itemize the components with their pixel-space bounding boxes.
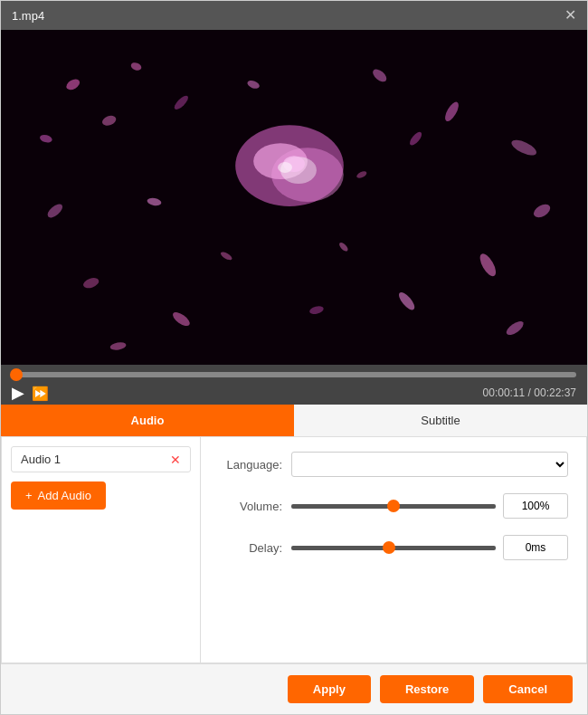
title-bar: 1.mp4 ✕ (1, 1, 587, 30)
delay-slider-track[interactable] (291, 546, 496, 550)
volume-input[interactable]: 100% (503, 493, 568, 519)
volume-control: 100% (291, 493, 568, 519)
delay-slider-thumb[interactable] (383, 541, 395, 554)
apply-button[interactable]: Apply (288, 675, 371, 703)
close-button[interactable]: ✕ (564, 8, 576, 23)
settings-panel: Language: English French German Spanish … (201, 437, 586, 663)
delay-input[interactable]: 0ms (503, 535, 568, 560)
add-audio-label: Add Audio (38, 489, 91, 502)
total-time: 00:22:37 (534, 386, 576, 399)
add-audio-button[interactable]: + Add Audio (11, 481, 106, 510)
tab-audio[interactable]: Audio (1, 405, 294, 436)
panel-area: Audio 1 ✕ + Add Audio Language: English … (1, 437, 587, 663)
language-select[interactable]: English French German Spanish Chinese (291, 452, 568, 477)
play-button[interactable]: ▶ (12, 385, 24, 401)
time-display: 00:00:11 / 00:22:37 (483, 386, 576, 399)
delay-row: Delay: 0ms (219, 535, 568, 560)
tabs-container: Audio Subtitle (1, 405, 587, 437)
audio-item: Audio 1 ✕ (11, 446, 191, 472)
progress-track[interactable] (12, 372, 576, 377)
delay-label: Delay: (219, 541, 282, 555)
cancel-button[interactable]: Cancel (483, 675, 573, 703)
volume-slider-track[interactable] (291, 504, 496, 509)
volume-thumb-wrap (394, 500, 406, 512)
volume-slider-thumb[interactable] (387, 500, 400, 512)
controls-row: ▶ ⏩ 00:00:11 / 00:22:37 (12, 385, 576, 401)
volume-label: Volume: (219, 500, 282, 513)
volume-row: Volume: 100% (219, 493, 568, 519)
main-window: 1.mp4 ✕ (0, 0, 588, 715)
progress-thumb[interactable] (10, 368, 23, 381)
language-row: Language: English French German Spanish … (219, 452, 568, 477)
audio-list-panel: Audio 1 ✕ + Add Audio (2, 437, 201, 663)
video-player (1, 30, 587, 365)
footer-buttons: Apply Restore Cancel (1, 663, 587, 714)
controls-left: ▶ ⏩ (12, 385, 49, 401)
audio-item-label: Audio 1 (21, 453, 61, 466)
language-control: English French German Spanish Chinese (291, 452, 568, 477)
fast-forward-button[interactable]: ⏩ (32, 386, 49, 400)
video-frame (1, 30, 587, 365)
add-audio-icon: + (25, 489, 33, 502)
delay-thumb-wrap (389, 541, 402, 554)
language-label: Language: (219, 458, 282, 472)
delay-control: 0ms (291, 535, 568, 560)
current-time: 00:00:11 (483, 386, 526, 399)
controls-bar: ▶ ⏩ 00:00:11 / 00:22:37 (1, 365, 587, 405)
restore-button[interactable]: Restore (380, 675, 474, 703)
audio-item-remove-button[interactable]: ✕ (170, 453, 181, 466)
window-title: 1.mp4 (12, 9, 44, 23)
tab-subtitle[interactable]: Subtitle (294, 405, 587, 436)
svg-point-29 (278, 162, 292, 173)
